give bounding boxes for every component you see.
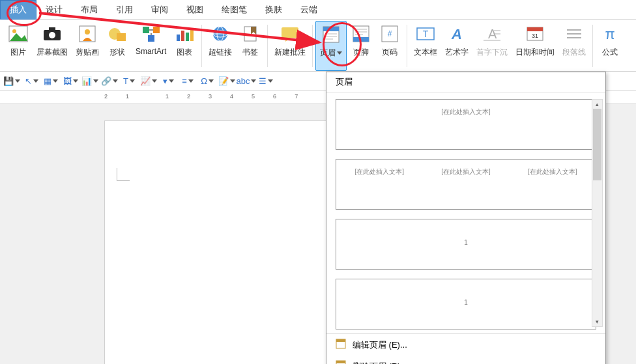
- ruler-mark: 3: [209, 93, 212, 100]
- ribbon-pagenum-button[interactable]: #页码: [375, 21, 404, 71]
- placeholder-text: [在此处插入文本]: [336, 107, 596, 117]
- header-preset-4[interactable]: 1: [336, 279, 596, 329]
- ribbon-camera-button[interactable]: 屏幕截图: [33, 21, 72, 71]
- tab-cloud[interactable]: 云端: [291, 0, 326, 20]
- ribbon-comment-button[interactable]: 新建批注: [270, 21, 310, 71]
- abc-icon[interactable]: abc: [240, 75, 253, 88]
- header-preset-3[interactable]: 1: [336, 219, 596, 270]
- ribbon-label: 页脚: [353, 47, 369, 58]
- textbox-mini-icon[interactable]: T: [123, 75, 136, 88]
- ribbon-header-button[interactable]: 页眉: [315, 21, 347, 71]
- ruler-mark: 2: [104, 93, 108, 100]
- ruler-mark: 7: [295, 93, 298, 100]
- header-preset-1[interactable]: [在此处插入文本]: [336, 99, 596, 150]
- ribbon-label: 首字下沉: [476, 47, 508, 58]
- delete-header-item[interactable]: 删除页眉 (R)...: [326, 356, 605, 364]
- ribbon-bookmark-button[interactable]: 书签: [236, 21, 265, 71]
- svg-rect-13: [181, 31, 184, 41]
- tab-insert[interactable]: 插入: [0, 0, 36, 20]
- ribbon-label: 页码: [382, 47, 398, 58]
- delete-header-icon: [336, 360, 346, 364]
- ruler-mark: 2: [187, 93, 190, 100]
- link-mini-icon[interactable]: 🔗: [103, 75, 116, 88]
- tab-references[interactable]: 引用: [107, 0, 142, 20]
- ribbon-dropcap-button[interactable]: A首字下沉: [472, 21, 512, 71]
- header-dropdown: 页眉 [在此处插入文本] [在此处插入文本] [在此处插入文本] [在此处插入文…: [326, 72, 606, 364]
- align-icon[interactable]: ≡: [181, 75, 194, 88]
- image-icon[interactable]: 🖼: [64, 75, 77, 88]
- ribbon-paraline-button[interactable]: 段落线: [558, 21, 590, 71]
- ribbon-label: 艺术字: [445, 47, 469, 58]
- ribbon-shapes-button[interactable]: 形状: [103, 21, 132, 71]
- svg-text:π: π: [605, 26, 615, 42]
- ribbon-label: 文本框: [414, 47, 437, 58]
- tab-drawing[interactable]: 绘图笔: [212, 0, 256, 20]
- clipart-icon: [77, 23, 98, 44]
- ribbon-wordart-button[interactable]: A艺术字: [441, 21, 472, 71]
- dropdown-icon[interactable]: ▾: [162, 75, 175, 88]
- smartart-icon: [141, 23, 162, 44]
- ribbon-datetime-button[interactable]: 31日期和时间: [512, 21, 558, 71]
- note-icon[interactable]: 📝: [220, 75, 233, 88]
- chart2-icon[interactable]: 📈: [142, 75, 155, 88]
- image-icon: [8, 23, 29, 44]
- svg-text:T: T: [423, 29, 429, 39]
- svg-rect-42: [527, 27, 543, 31]
- tab-review[interactable]: 审阅: [142, 0, 177, 20]
- ruler-mark: 6: [273, 93, 276, 100]
- tab-layout[interactable]: 布局: [72, 0, 107, 20]
- placeholder-text: 1: [336, 299, 596, 306]
- svg-rect-23: [323, 27, 339, 31]
- ribbon-smartart-button[interactable]: SmartArt: [132, 21, 170, 71]
- scroll-thumb[interactable]: [593, 109, 601, 180]
- ribbon-clipart-button[interactable]: 剪贴画: [72, 21, 103, 71]
- shapes-icon: [107, 23, 128, 44]
- datetime-icon: 31: [525, 23, 545, 44]
- ribbon-equation-button[interactable]: π公式: [596, 21, 624, 71]
- table-icon[interactable]: ▦: [44, 75, 57, 88]
- chart-icon: [174, 23, 195, 44]
- ruler-mark: 5: [252, 93, 255, 100]
- gallery-scrollbar[interactable]: ▴ ▾: [592, 99, 603, 327]
- edit-header-item[interactable]: 编辑页眉 (E)...: [326, 334, 605, 356]
- scroll-down-arrow[interactable]: ▾: [592, 317, 602, 326]
- bars-icon[interactable]: ☰: [259, 75, 272, 88]
- ribbon-footer-button[interactable]: 页脚: [347, 21, 375, 71]
- ribbon-label: 新建批注: [274, 47, 306, 58]
- paraline-icon: [564, 23, 585, 44]
- placeholder-text: [在此处插入文本]: [509, 167, 596, 176]
- svg-text:#: #: [388, 29, 392, 38]
- ribbon-image-button[interactable]: 图片: [4, 21, 33, 71]
- svg-rect-21: [282, 27, 298, 38]
- ribbon-label: 屏幕截图: [36, 47, 68, 58]
- ribbon: 图片屏幕截图剪贴画形状SmartArt图表超链接书签新建批注页眉页脚#页码T文本…: [0, 20, 636, 72]
- menu-bar: 插入 设计 布局 引用 审阅 视图 绘图笔 换肤 云端: [0, 0, 636, 20]
- svg-rect-14: [186, 33, 189, 41]
- tab-design[interactable]: 设计: [36, 0, 72, 20]
- ribbon-hyperlink-button[interactable]: 超链接: [205, 21, 236, 71]
- header-preset-2[interactable]: [在此处插入文本] [在此处插入文本] [在此处插入文本]: [336, 159, 596, 210]
- chart-mini-icon[interactable]: 📊: [83, 75, 96, 88]
- svg-text:31: 31: [532, 33, 538, 39]
- pagenum-icon: #: [379, 23, 400, 44]
- tab-skin[interactable]: 换肤: [256, 0, 291, 20]
- ribbon-chart-button[interactable]: 图表: [170, 21, 199, 71]
- svg-point-1: [12, 29, 16, 33]
- omega-icon[interactable]: Ω: [201, 75, 214, 88]
- svg-rect-28: [353, 37, 369, 42]
- header-gallery: [在此处插入文本] [在此处插入文本] [在此处插入文本] [在此处插入文本] …: [326, 92, 605, 333]
- ribbon-label: 日期和时间: [515, 47, 555, 58]
- ribbon-label: 超链接: [209, 47, 232, 58]
- ribbon-separator: [592, 25, 593, 67]
- ribbon-separator: [267, 25, 268, 67]
- dropcap-icon: A: [482, 23, 502, 44]
- tab-view[interactable]: 视图: [177, 0, 212, 20]
- ribbon-textbox-button[interactable]: T文本框: [410, 21, 441, 71]
- svg-rect-51: [336, 361, 345, 363]
- ribbon-label: 页眉: [320, 48, 342, 59]
- scroll-up-arrow[interactable]: ▴: [592, 100, 602, 109]
- cursor-icon[interactable]: ↖: [25, 75, 38, 88]
- wordart-icon: A: [446, 23, 467, 44]
- save-icon[interactable]: 💾: [5, 75, 18, 88]
- ribbon-label: 剪贴画: [76, 47, 99, 58]
